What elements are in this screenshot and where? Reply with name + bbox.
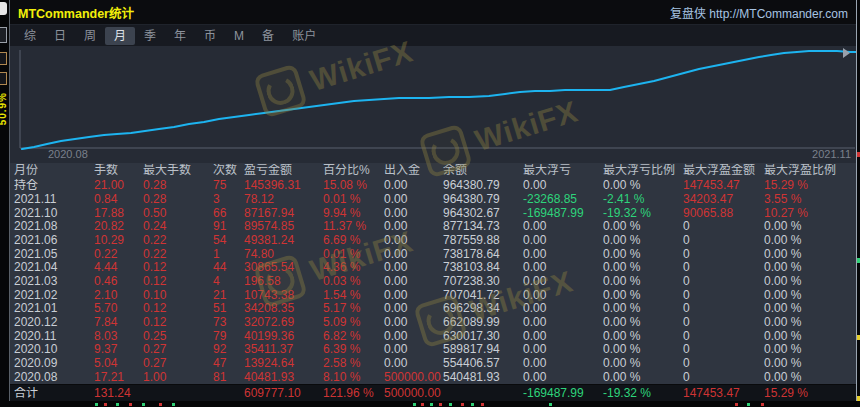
- table-row[interactable]: 2021.1017.880.506687167.949.94 %0.009643…: [10, 206, 856, 220]
- table-row[interactable]: 2020.095.040.274713924.642.58 %0.0055440…: [10, 357, 856, 371]
- cell: 0.00 %: [764, 275, 856, 288]
- brand-link[interactable]: 复盘侠 http://MTCommander.com: [670, 4, 848, 21]
- cell: 0.00: [523, 220, 603, 233]
- menu-item-year[interactable]: 年: [165, 27, 195, 45]
- chart-panel: 2020.08 2021.11: [10, 46, 856, 163]
- menu-item-month[interactable]: 月: [105, 27, 135, 45]
- cell: 0.00 %: [764, 220, 856, 233]
- background-window-icon-fragment: [0, 27, 7, 43]
- cell: 0.01 %: [323, 193, 384, 206]
- cell: 0.00: [523, 343, 603, 356]
- cell: 0.00: [523, 289, 603, 302]
- table-body: 持仓21.000.2875145396.3115.08 %0.00964380.…: [10, 179, 856, 384]
- app-title: MTCommander统计: [18, 3, 134, 22]
- cell: 0.22: [143, 248, 213, 261]
- cell: 1.54 %: [323, 289, 384, 302]
- cell: 8.03: [94, 330, 143, 343]
- menu-item-quarter[interactable]: 季: [135, 27, 165, 45]
- table-row[interactable]: 2021.110.840.28378.120.01 %0.00964380.79…: [10, 193, 856, 207]
- scroll-right-icon[interactable]: [843, 48, 855, 58]
- table-row[interactable]: 2021.0820.820.249189574.8511.37 %0.00877…: [10, 220, 856, 234]
- column-header: 手数: [94, 164, 143, 177]
- cell: 73: [213, 316, 244, 329]
- cell: 0: [683, 302, 764, 315]
- column-header: 次数: [213, 164, 244, 177]
- cell: 0.00: [523, 316, 603, 329]
- menu-item-day[interactable]: 日: [45, 27, 75, 45]
- table-row[interactable]: 持仓21.000.2875145396.3115.08 %0.00964380.…: [10, 179, 856, 193]
- cell: 2020.09: [14, 357, 94, 370]
- cell: 2021.03: [14, 275, 94, 288]
- cell: -2.41 %: [603, 193, 683, 206]
- table-row[interactable]: 2020.118.030.257940199.366.82 %0.0063001…: [10, 329, 856, 343]
- cell: 3.55 %: [764, 193, 856, 206]
- menu-item-note[interactable]: 备: [253, 27, 283, 45]
- cell: 0.00 %: [603, 357, 683, 370]
- background-window-left-strip: 50.9%: [0, 0, 9, 407]
- cell: 87167.94: [244, 207, 323, 220]
- cell: 0.00 %: [764, 289, 856, 302]
- cell: 0.00 %: [764, 248, 856, 261]
- cell: 0.00 %: [603, 316, 683, 329]
- cell: 0: [683, 220, 764, 233]
- cell: 0.00 %: [603, 289, 683, 302]
- cell: 75: [213, 179, 244, 192]
- cell: 2021.04: [14, 261, 94, 274]
- cell: 10743.38: [244, 289, 323, 302]
- menu-item-week[interactable]: 周: [75, 27, 105, 45]
- cell: 15.29 %: [764, 179, 856, 192]
- table-row[interactable]: 2021.015.700.125134208.355.17 %0.0069629…: [10, 302, 856, 316]
- cell: 35411.37: [244, 343, 323, 356]
- background-window-icon-fragment: [0, 72, 7, 85]
- cell: 30865.54: [244, 261, 323, 274]
- cell: 0.50: [143, 207, 213, 220]
- cell: 662089.99: [443, 316, 523, 329]
- table-row[interactable]: 2021.022.100.102110743.381.54 %0.0070704…: [10, 288, 856, 302]
- cell: 2021.10: [14, 207, 94, 220]
- cell: 738103.84: [443, 261, 523, 274]
- cell: 89574.85: [244, 220, 323, 233]
- cell: 34208.35: [244, 302, 323, 315]
- cell: 10.27 %: [764, 207, 856, 220]
- menu-item-summary[interactable]: 综: [15, 27, 45, 45]
- cell: 4: [213, 275, 244, 288]
- cell: 0.00 %: [603, 179, 683, 192]
- table-row[interactable]: 2021.0610.290.225449381.246.69 %0.007875…: [10, 234, 856, 248]
- table-row[interactable]: 2021.050.220.22174.800.01 %0.00738178.64…: [10, 247, 856, 261]
- menu-item-currency[interactable]: 币: [195, 27, 225, 45]
- column-header: 最大浮盈金额: [683, 164, 764, 177]
- menu-item-m[interactable]: M: [225, 27, 253, 45]
- cell: 0: [683, 248, 764, 261]
- table-row[interactable]: 2021.030.460.124196.580.03 %0.00707238.3…: [10, 275, 856, 289]
- cell: 0.00 %: [764, 371, 856, 384]
- cell: 21: [213, 289, 244, 302]
- cell: 554406.57: [443, 357, 523, 370]
- cell: 0.00: [523, 371, 603, 384]
- table-row[interactable]: 2020.0817.211.008140481.938.10 %500000.0…: [10, 370, 856, 384]
- cell: 4.36 %: [323, 261, 384, 274]
- menu-bar: 综日周月季年币M备账户: [10, 24, 856, 46]
- cell: 964380.79: [443, 193, 523, 206]
- cell: 1.00: [143, 371, 213, 384]
- cell: 787559.88: [443, 234, 523, 247]
- cell: 0.22: [94, 248, 143, 261]
- cell: 877134.73: [443, 220, 523, 233]
- column-header: 盈亏金额: [244, 164, 323, 177]
- cell: 707238.30: [443, 275, 523, 288]
- table-row[interactable]: 2020.109.370.279235411.376.39 %0.0058981…: [10, 343, 856, 357]
- cell: 0.00 %: [603, 371, 683, 384]
- table-row[interactable]: 2020.127.840.127332072.695.09 %0.0066208…: [10, 316, 856, 330]
- cell: 0.00: [523, 179, 603, 192]
- cell: 9.94 %: [323, 207, 384, 220]
- cell: 2021.02: [14, 289, 94, 302]
- cell: 145396.31: [244, 179, 323, 192]
- cell: 0.00 %: [603, 261, 683, 274]
- column-header: 百分比%: [323, 164, 384, 177]
- cell: 4.44: [94, 261, 143, 274]
- menu-item-account[interactable]: 账户: [283, 27, 325, 45]
- table-row[interactable]: 2021.044.440.124430865.544.36 %0.0073810…: [10, 261, 856, 275]
- cell: 131.24: [94, 387, 143, 400]
- cell: 609777.10: [244, 387, 323, 400]
- cell: 0.00: [523, 302, 603, 315]
- cell: 2020.08: [14, 371, 94, 384]
